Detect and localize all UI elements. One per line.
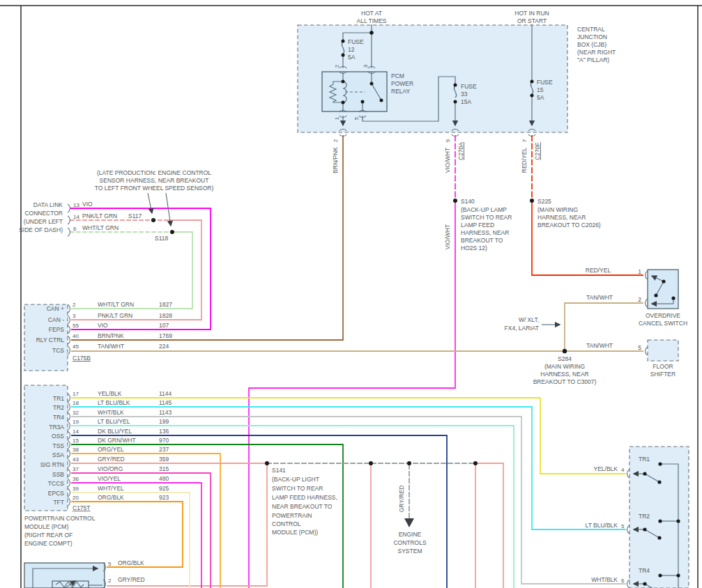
wire-label-org-blk: ORG/BLK bbox=[118, 559, 144, 566]
pin-number: 39 bbox=[73, 486, 79, 492]
svg-text:BREAKOUT TO C3007): BREAKOUT TO C3007) bbox=[533, 378, 597, 385]
wire-label-gry-red: GRY/RED bbox=[118, 576, 145, 583]
svg-text:(BACK-UP LAMP: (BACK-UP LAMP bbox=[461, 206, 507, 213]
wire-name: WHT/LT GRN bbox=[98, 301, 134, 308]
splice-s140-dot bbox=[453, 199, 457, 203]
svg-text:S284: S284 bbox=[558, 355, 572, 362]
pin-number: 55 bbox=[73, 323, 79, 329]
tr4-pin-number: 6 bbox=[621, 578, 625, 584]
svg-text:JUNCTION: JUNCTION bbox=[577, 33, 607, 40]
svg-text:SWITCH TO REAR: SWITCH TO REAR bbox=[461, 214, 512, 221]
wire-label-vio-wht-lower: VIO/WHT bbox=[444, 224, 451, 249]
pin-label: TR3A bbox=[49, 424, 64, 431]
svg-text:CENTRAL: CENTRAL bbox=[577, 26, 605, 33]
pin-number: 15 bbox=[73, 438, 79, 444]
svg-text:5A: 5A bbox=[348, 54, 356, 61]
tr2-label: TR2 bbox=[639, 513, 650, 520]
variant-note: W/ XLT, bbox=[519, 316, 539, 323]
relay-pin-3: 3 bbox=[363, 64, 369, 68]
svg-text:(RIGHT REAR OF: (RIGHT REAR OF bbox=[24, 532, 73, 539]
od-switch-contact-dot bbox=[662, 279, 665, 283]
od-switch-pin1-number: 1 bbox=[638, 268, 641, 275]
svg-text:POWERTRAIN CONTROL: POWERTRAIN CONTROL bbox=[24, 515, 96, 522]
pin-number: 45 bbox=[73, 343, 79, 350]
pin-number: 18 bbox=[73, 400, 79, 406]
pin-label: TR1 bbox=[53, 395, 64, 402]
circuit-number: 136 bbox=[159, 428, 169, 435]
svg-text:CONNECTOR: CONNECTOR bbox=[24, 210, 63, 217]
wire-label-wht-lt-grn: WHT/LT GRN bbox=[82, 224, 119, 231]
wire-name: VIO/YEL bbox=[98, 475, 121, 482]
svg-text:DATA LINK: DATA LINK bbox=[33, 201, 63, 208]
wire-label-red-yel: RED/YEL bbox=[521, 148, 528, 173]
wire-label-vio-wht: VIO/WHT bbox=[444, 148, 451, 173]
harness-wires bbox=[70, 136, 643, 588]
exit-pin-7: 7 bbox=[521, 139, 528, 142]
pin-number: 14 bbox=[73, 428, 79, 435]
note-arrow-to-s118 bbox=[166, 193, 171, 226]
wire-name: DK GRN/WHT bbox=[98, 437, 136, 444]
circuit-number: 1827 bbox=[159, 301, 172, 308]
splice-s118-dot bbox=[170, 230, 174, 234]
splice-s141-dot bbox=[265, 461, 269, 465]
wire-label-tan-wht-upper: TAN/WHT bbox=[586, 294, 613, 301]
svg-text:LAMP FEED HARNESS,: LAMP FEED HARNESS, bbox=[272, 494, 337, 501]
hot-in-run-label: HOT IN RUN bbox=[514, 10, 549, 17]
wire-name: GRY/RED bbox=[98, 456, 125, 463]
wire-name: PNK/LT GRN bbox=[98, 312, 132, 319]
circuit-number: 107 bbox=[159, 322, 169, 329]
dlc-title: DATA LINK CONNECTOR (UNDER LEFT SIDE OF … bbox=[19, 201, 63, 233]
splice-s225-dot bbox=[530, 199, 534, 203]
wiring-diagram-page: HOT AT ALL TIMES HOT IN RUN OR START CEN… bbox=[0, 0, 702, 588]
splice-s284-label: S284 (MAIN WIRING HARNESS, NEAR BREAKOUT… bbox=[533, 355, 597, 385]
pcm-connector-c175b: CAN + CAN - FEPS RLY CTRL TCS 2 3 55 40 … bbox=[36, 301, 172, 362]
svg-text:FUSE: FUSE bbox=[537, 79, 553, 86]
svg-text:S225: S225 bbox=[537, 198, 551, 205]
wire-name: WHT/BLK bbox=[98, 409, 124, 416]
pcm-power-relay-box bbox=[322, 72, 387, 111]
svg-text:(UNDER LEFT: (UNDER LEFT bbox=[24, 218, 63, 225]
wire-label-vio: VIO bbox=[82, 201, 93, 208]
pin-label: TFT bbox=[53, 499, 64, 506]
svg-text:S140: S140 bbox=[461, 198, 475, 205]
svg-text:SYSTEM: SYSTEM bbox=[398, 548, 422, 555]
pin-number: 2 bbox=[73, 302, 76, 308]
svg-text:BOX (CJB): BOX (CJB) bbox=[577, 41, 606, 48]
svg-text:15: 15 bbox=[537, 86, 544, 93]
wire-name: BRN/PNK bbox=[98, 332, 124, 339]
od-switch-title: CANCEL SWITCH bbox=[639, 320, 687, 327]
pin-label: OSS bbox=[52, 433, 64, 440]
svg-text:"A" PILLAR): "A" PILLAR) bbox=[577, 56, 609, 63]
wire-name: LT BLU/BLK bbox=[98, 399, 130, 406]
circuit-number: 359 bbox=[159, 456, 169, 463]
splice-s284-dot bbox=[563, 349, 567, 353]
wire-wht-lt-grn-1827 bbox=[72, 232, 192, 309]
circuit-number: 1828 bbox=[159, 312, 172, 319]
pin-number: 3 bbox=[73, 313, 76, 319]
splice-s117-dot bbox=[151, 218, 155, 222]
pin-label: SSA bbox=[52, 451, 64, 458]
circuit-number: 224 bbox=[159, 343, 169, 350]
pin-label: RLY CTRL bbox=[36, 336, 65, 343]
svg-text:NEAR BREAKOUT TO: NEAR BREAKOUT TO bbox=[272, 503, 333, 510]
svg-text:(LATE PRODUCTION: ENGINE CONTR: (LATE PRODUCTION: ENGINE CONTROL bbox=[97, 169, 211, 176]
cjb-title: CENTRAL JUNCTION BOX (CJB) (NEAR RIGHT "… bbox=[577, 26, 616, 63]
svg-text:33: 33 bbox=[461, 91, 468, 98]
wire-label-gry-red-vertical: GRY/RED bbox=[398, 486, 405, 513]
pin-number: 32 bbox=[73, 410, 79, 416]
wire-pnk-lt-grn-1828 bbox=[72, 220, 201, 320]
tr1-pin-number: 4 bbox=[621, 467, 625, 473]
connector-label-c175t: C175T bbox=[73, 504, 91, 511]
circuit-number: 237 bbox=[159, 446, 169, 453]
svg-text:CONTROLS: CONTROLS bbox=[393, 539, 427, 546]
wire-name: DK BLU/YEL bbox=[98, 428, 132, 435]
pin-label: FEPS bbox=[49, 326, 65, 333]
relay-pin-1: 1 bbox=[334, 116, 340, 120]
wire-label-red-yel-right: RED/YEL bbox=[586, 267, 611, 274]
circuit-number: 480 bbox=[159, 475, 169, 482]
svg-text:POWERTRAIN: POWERTRAIN bbox=[272, 512, 312, 519]
svg-text:MODULE (PCM): MODULE (PCM) bbox=[24, 523, 68, 530]
svg-text:S141: S141 bbox=[272, 467, 286, 474]
tft-sensor-box bbox=[24, 563, 105, 588]
svg-text:POWER: POWER bbox=[391, 80, 413, 87]
